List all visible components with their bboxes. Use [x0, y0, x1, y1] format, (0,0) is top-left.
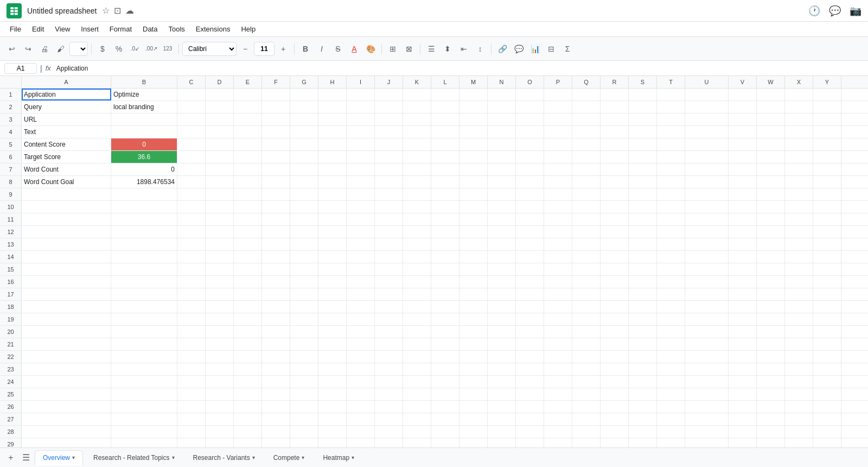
cell[interactable]	[177, 163, 206, 175]
cell[interactable]	[813, 301, 841, 313]
cell[interactable]	[813, 138, 841, 150]
cell[interactable]	[347, 288, 375, 300]
cell[interactable]	[177, 288, 206, 300]
cell[interactable]	[488, 126, 516, 138]
cell[interactable]	[785, 276, 813, 288]
cell[interactable]	[757, 326, 785, 338]
cell[interactable]	[813, 89, 841, 100]
cell[interactable]	[111, 426, 177, 438]
cell[interactable]	[601, 288, 629, 300]
cell[interactable]	[516, 176, 544, 188]
col-header-o[interactable]: O	[516, 76, 544, 88]
cell[interactable]	[685, 413, 729, 425]
cell[interactable]	[431, 276, 459, 288]
cell[interactable]	[685, 101, 729, 113]
row-number[interactable]: 21	[0, 338, 22, 350]
cell[interactable]	[488, 338, 516, 350]
cell[interactable]	[785, 113, 813, 125]
cell[interactable]	[206, 89, 234, 100]
filter-button[interactable]: ⊟	[544, 41, 559, 56]
cell[interactable]	[347, 138, 375, 150]
cell[interactable]	[290, 363, 318, 375]
fill-color-button[interactable]: 🎨	[363, 41, 378, 56]
cell[interactable]	[347, 276, 375, 288]
cell[interactable]	[729, 238, 757, 250]
cell[interactable]	[347, 351, 375, 363]
cell[interactable]	[234, 288, 262, 300]
cell[interactable]	[657, 251, 685, 263]
cell[interactable]	[685, 313, 729, 325]
cell[interactable]	[657, 288, 685, 300]
cell[interactable]	[685, 301, 729, 313]
cell[interactable]	[177, 438, 206, 447]
cell[interactable]	[290, 376, 318, 388]
cell[interactable]	[177, 338, 206, 350]
cell[interactable]	[111, 313, 177, 325]
cell[interactable]	[262, 288, 290, 300]
cell[interactable]	[516, 113, 544, 125]
cell[interactable]	[813, 113, 841, 125]
cell[interactable]	[785, 226, 813, 238]
cell[interactable]	[403, 426, 431, 438]
cell[interactable]	[290, 288, 318, 300]
menu-view[interactable]: View	[49, 23, 75, 35]
cell[interactable]	[318, 201, 347, 213]
cell[interactable]	[785, 363, 813, 375]
cell[interactable]	[572, 401, 601, 413]
cell[interactable]	[813, 351, 841, 363]
cell[interactable]	[290, 238, 318, 250]
cell[interactable]	[206, 426, 234, 438]
cell[interactable]	[375, 201, 403, 213]
cell[interactable]	[290, 401, 318, 413]
cell[interactable]	[657, 376, 685, 388]
cell[interactable]	[262, 188, 290, 200]
cell[interactable]	[516, 188, 544, 200]
cell[interactable]	[111, 251, 177, 263]
cell[interactable]	[757, 251, 785, 263]
cell[interactable]	[757, 288, 785, 300]
cell[interactable]	[262, 113, 290, 125]
col-header-h[interactable]: H	[318, 76, 347, 88]
cell[interactable]	[813, 226, 841, 238]
cell[interactable]	[572, 388, 601, 400]
cell[interactable]	[785, 288, 813, 300]
cell[interactable]	[757, 263, 785, 275]
cell[interactable]	[206, 138, 234, 150]
row-number[interactable]: 7	[0, 163, 22, 175]
cell[interactable]	[544, 89, 572, 100]
cell[interactable]	[813, 251, 841, 263]
cell[interactable]: Target Score	[22, 151, 111, 163]
cell[interactable]	[459, 138, 488, 150]
cell[interactable]	[431, 201, 459, 213]
cell[interactable]	[290, 163, 318, 175]
cell[interactable]	[488, 276, 516, 288]
cell[interactable]	[318, 401, 347, 413]
cell[interactable]	[685, 263, 729, 275]
cell[interactable]	[262, 213, 290, 225]
cell[interactable]	[601, 176, 629, 188]
cell[interactable]: 1898.476534	[111, 176, 177, 188]
cell[interactable]	[729, 388, 757, 400]
cell[interactable]	[544, 238, 572, 250]
cell[interactable]	[813, 338, 841, 350]
cell[interactable]	[206, 363, 234, 375]
cell[interactable]	[459, 113, 488, 125]
cell[interactable]	[22, 388, 111, 400]
cell[interactable]	[262, 426, 290, 438]
cell[interactable]: Optimize	[111, 89, 177, 100]
cell[interactable]	[111, 113, 177, 125]
cell[interactable]	[403, 151, 431, 163]
cell[interactable]	[234, 338, 262, 350]
cell[interactable]	[685, 89, 729, 100]
cell[interactable]	[347, 89, 375, 100]
cell[interactable]	[601, 163, 629, 175]
cell[interactable]	[685, 326, 729, 338]
row-number[interactable]: 2	[0, 101, 22, 113]
row-number[interactable]: 27	[0, 413, 22, 425]
col-header-y[interactable]: Y	[813, 76, 841, 88]
cell[interactable]	[757, 226, 785, 238]
cell[interactable]	[629, 363, 657, 375]
cell[interactable]	[544, 338, 572, 350]
cell[interactable]	[572, 176, 601, 188]
cell[interactable]	[601, 226, 629, 238]
